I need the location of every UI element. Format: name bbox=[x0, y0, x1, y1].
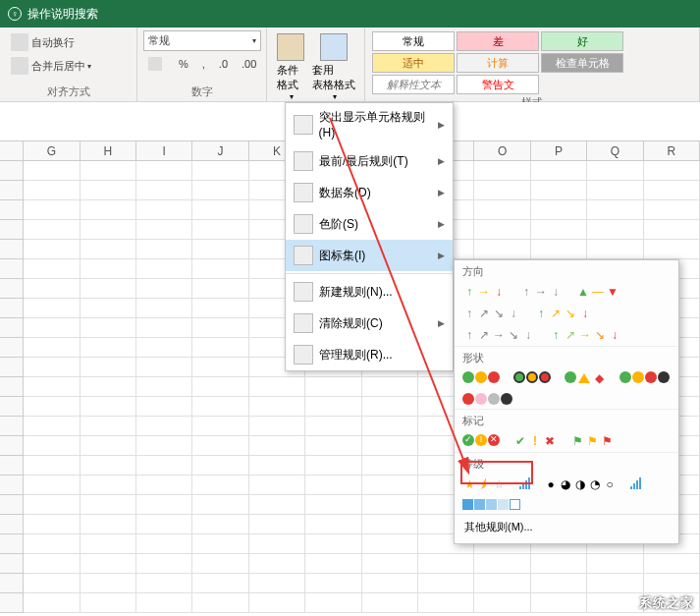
format-as-table-button[interactable]: 套用 表格格式▾ bbox=[308, 31, 359, 103]
col-header[interactable]: I bbox=[136, 141, 192, 160]
cell-style-check[interactable]: 检查单元格 bbox=[541, 53, 623, 73]
iconset-5arrows-colored[interactable]: ↑↗→↘↓ bbox=[547, 326, 623, 344]
icon-sets-submenu: 方向 ↑→↓ ↑→↓ ▲—▼ ↑↗↘↓ ↑↗↘↓ ↑↗→↘↓ ↑↗→↘↓ 形状 … bbox=[454, 259, 679, 544]
iconset-3flags[interactable]: ⚑⚑⚑ bbox=[568, 432, 616, 450]
col-header[interactable]: R bbox=[644, 141, 700, 160]
col-header[interactable]: O bbox=[474, 141, 530, 160]
merge-center-button[interactable]: 合并后居中▾ bbox=[6, 54, 131, 78]
menu-data-bars[interactable]: 数据条(D)▶ bbox=[286, 177, 453, 208]
cell-style-normal[interactable]: 常规 bbox=[372, 31, 455, 51]
iconset-3stars[interactable]: ★⯨☆ bbox=[460, 476, 508, 493]
cell-style-warn[interactable]: 警告文 bbox=[457, 75, 539, 94]
col-header[interactable]: P bbox=[531, 141, 587, 160]
menu-clear-rules[interactable]: 清除规则(C)▶ bbox=[286, 308, 453, 339]
iconset-4arrows-colored[interactable]: ↑↗↘↓ bbox=[532, 305, 594, 322]
iconset-5arrows-gray[interactable]: ↑↗→↘↓ bbox=[460, 326, 537, 344]
title-bar: ♀ 操作说明搜索 bbox=[0, 0, 700, 28]
wrap-text-button[interactable]: 自动换行 bbox=[6, 30, 131, 54]
iconset-3signs[interactable]: ◆ bbox=[563, 369, 608, 387]
iconset-5quarters[interactable]: ●◕◑◔○ bbox=[542, 476, 619, 493]
cell-style-bad[interactable]: 差 bbox=[457, 31, 539, 51]
col-header[interactable]: G bbox=[24, 141, 80, 160]
iconset-3symbols[interactable]: ✔!✖ bbox=[512, 432, 559, 450]
tell-me-search[interactable]: 操作说明搜索 bbox=[27, 6, 98, 23]
iconset-4ratings[interactable] bbox=[517, 476, 532, 493]
percent-button[interactable]: % bbox=[174, 54, 193, 74]
category-ratings: 等级 bbox=[455, 452, 678, 474]
category-direction: 方向 bbox=[455, 260, 678, 281]
menu-highlight-cells[interactable]: 突出显示单元格规则(H)▶ bbox=[286, 103, 453, 145]
menu-color-scales[interactable]: 色阶(S)▶ bbox=[286, 208, 453, 240]
category-shapes: 形状 bbox=[455, 346, 678, 367]
increase-decimal-button[interactable]: .0 bbox=[214, 54, 233, 74]
iconset-3trafficlights[interactable] bbox=[460, 369, 502, 387]
iconset-4trafficlights[interactable] bbox=[618, 369, 672, 387]
currency-button[interactable] bbox=[143, 54, 170, 74]
iconset-redtoblack[interactable] bbox=[460, 391, 514, 407]
col-header[interactable]: H bbox=[81, 141, 136, 160]
align-group-label: 对齐方式 bbox=[6, 84, 131, 99]
iconset-5boxes[interactable] bbox=[460, 497, 522, 512]
conditional-format-icon bbox=[277, 33, 304, 61]
menu-icon-sets[interactable]: 图标集(I)▶ bbox=[286, 240, 453, 271]
number-group-label: 数字 bbox=[143, 84, 260, 99]
lightbulb-icon: ♀ bbox=[8, 7, 22, 21]
comma-button[interactable]: , bbox=[197, 54, 210, 74]
menu-top-bottom[interactable]: 最前/最后规则(T)▶ bbox=[286, 145, 453, 177]
menu-new-rule[interactable]: 新建规则(N)... bbox=[286, 276, 453, 308]
iconset-3triangles[interactable]: ▲—▼ bbox=[574, 283, 621, 301]
category-marks: 标记 bbox=[455, 409, 678, 430]
iconset-3symbols-circled[interactable]: ✓!✕ bbox=[460, 432, 502, 450]
iconset-4arrows-gray[interactable]: ↑↗↘↓ bbox=[460, 305, 522, 322]
iconset-3trafficlights-rimmed[interactable] bbox=[512, 369, 553, 387]
number-format-dropdown[interactable]: 常规▾ bbox=[143, 30, 261, 51]
col-header[interactable]: Q bbox=[587, 141, 643, 160]
menu-manage-rules[interactable]: 管理规则(R)... bbox=[286, 339, 453, 370]
conditional-format-button[interactable]: 条件格式▾ bbox=[273, 31, 308, 103]
decrease-decimal-button[interactable]: .00 bbox=[237, 54, 261, 74]
watermark: 系统之家 bbox=[639, 594, 694, 612]
ribbon: 自动换行 合并后居中▾ 对齐方式 常规▾ % , .0 .00 数字 条件格式▾… bbox=[0, 28, 700, 102]
col-header[interactable]: J bbox=[192, 141, 248, 160]
iconset-3arrows-gray[interactable]: ↑→↓ bbox=[517, 283, 565, 301]
cell-style-neutral[interactable]: 适中 bbox=[372, 53, 455, 73]
table-format-icon bbox=[320, 33, 348, 61]
col-header[interactable] bbox=[0, 141, 24, 160]
iconset-3arrows-colored[interactable]: ↑→↓ bbox=[460, 283, 508, 301]
cell-style-calc[interactable]: 计算 bbox=[457, 53, 539, 73]
icon-sets-more-rules[interactable]: 其他规则(M)... bbox=[455, 514, 678, 539]
cell-style-good[interactable]: 好 bbox=[541, 31, 623, 51]
cell-style-explain[interactable]: 解释性文本 bbox=[372, 75, 455, 94]
conditional-format-menu: 突出显示单元格规则(H)▶ 最前/最后规则(T)▶ 数据条(D)▶ 色阶(S)▶… bbox=[285, 102, 454, 371]
iconset-5ratings[interactable] bbox=[628, 476, 643, 493]
